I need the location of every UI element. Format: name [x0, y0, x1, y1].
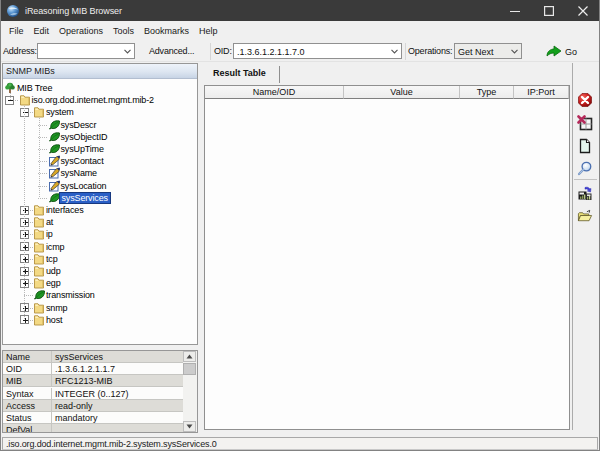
property-name: Access	[3, 400, 52, 412]
go-button[interactable]: Go	[545, 43, 577, 60]
view-detail-button[interactable]	[577, 160, 593, 176]
property-row: DefVal	[3, 424, 183, 432]
menu-item-file[interactable]: File	[9, 23, 24, 39]
tree-connector	[38, 149, 48, 150]
tree-item-udp[interactable]: udp	[44, 265, 63, 277]
property-name: Name	[3, 351, 52, 363]
tree-row: host	[3, 314, 197, 326]
open-folder-icon	[577, 208, 593, 224]
property-name: MIB	[3, 375, 52, 387]
tree-connector	[38, 173, 48, 174]
tree-connector	[38, 198, 48, 199]
tree-item-at[interactable]: at	[44, 216, 55, 228]
tab-result-table[interactable]: Result Table	[213, 68, 266, 78]
tree-row: system	[3, 106, 197, 118]
oid-label: OID:	[214, 46, 232, 56]
column-header-ip-port[interactable]: IP:Port	[514, 86, 569, 99]
property-row: SyntaxINTEGER (0..127)	[3, 388, 183, 401]
tree-row: icmp	[3, 241, 197, 253]
clear-table-button[interactable]	[577, 115, 593, 131]
tree-item-sysservices[interactable]: sysServices	[59, 192, 111, 204]
tree-item-sysname[interactable]: sysName	[59, 167, 99, 179]
tree-connector	[38, 186, 48, 187]
tree-item-interfaces[interactable]: interfaces	[44, 204, 86, 216]
tree-row: sysServices	[3, 192, 197, 204]
tree-item-egp[interactable]: egp	[44, 277, 63, 289]
scrollbar-thumb[interactable]	[183, 363, 196, 375]
tree-item-sysdescr[interactable]: sysDescr	[59, 119, 99, 131]
app-window: iReasoning MIB Browser FileEditOperation…	[0, 0, 600, 451]
export-results-button[interactable]	[577, 186, 593, 202]
column-header-value[interactable]: Value	[344, 86, 460, 99]
tree-item-host[interactable]: host	[44, 314, 64, 326]
tree-row: sysUpTime	[3, 143, 197, 155]
tree-item-tcp[interactable]: tcp	[44, 253, 60, 265]
status-bar: .iso.org.dod.internet.mgmt.mib-2.system.…	[2, 437, 598, 450]
menu-item-operations[interactable]: Operations	[59, 23, 103, 39]
close-icon	[578, 6, 588, 16]
property-row: MIBRFC1213-MIB	[3, 375, 183, 388]
property-name: OID	[3, 363, 52, 375]
property-row: OID.1.3.6.1.2.1.1.7	[3, 363, 183, 376]
mib-panel-header: SNMP MIBs	[3, 64, 197, 79]
document-icon	[577, 138, 593, 154]
tree-item-sysuptime[interactable]: sysUpTime	[59, 143, 106, 155]
property-value: mandatory	[52, 412, 183, 424]
tree-row: ip	[3, 228, 197, 240]
mib-tree: MIB Treeiso.org.dod.internet.mgmt.mib-2s…	[3, 80, 197, 344]
tree-item-iso-org-dod-internet-mgmt-mib-2[interactable]: iso.org.dod.internet.mgmt.mib-2	[30, 94, 156, 106]
new-document-button[interactable]	[577, 138, 593, 154]
tree-item-system[interactable]: system	[44, 106, 76, 118]
window-title: iReasoning MIB Browser	[25, 6, 122, 16]
tree-connector	[39, 118, 40, 198]
menu-item-help[interactable]: Help	[199, 23, 218, 39]
chevron-down-icon[interactable]	[121, 46, 133, 57]
magnifier-icon	[577, 160, 593, 177]
tree-item-ip[interactable]: ip	[44, 228, 55, 240]
tree-row: transmission	[3, 289, 197, 301]
tree-item-icmp[interactable]: icmp	[44, 241, 66, 253]
clear-table-icon	[577, 115, 593, 131]
maximize-button[interactable]	[532, 0, 566, 21]
menu-item-edit[interactable]: Edit	[34, 23, 50, 39]
menu-item-tools[interactable]: Tools	[113, 23, 134, 39]
stop-button[interactable]	[577, 92, 593, 108]
tree-item-syscontact[interactable]: sysContact	[59, 155, 106, 167]
column-header-type[interactable]: Type	[460, 86, 514, 99]
tree-connector	[24, 106, 25, 320]
menu-bar: FileEditOperationsToolsBookmarksHelp	[1, 21, 599, 41]
go-label: Go	[565, 47, 577, 57]
tree-connector	[24, 295, 34, 296]
chevron-down-icon[interactable]	[388, 46, 400, 57]
property-value: read-only	[52, 400, 183, 412]
tree-item-mib-tree[interactable]: MIB Tree	[15, 82, 54, 94]
menu-item-bookmarks[interactable]: Bookmarks	[144, 23, 189, 39]
operations-combo[interactable]: Get Next	[454, 43, 522, 59]
tree-row: sysDescr	[3, 119, 197, 131]
toolbar-separator	[405, 43, 406, 60]
advanced-button[interactable]: Advanced...	[149, 46, 194, 56]
property-name: Syntax	[3, 388, 52, 400]
property-value: .1.3.6.1.2.1.1.7	[52, 363, 183, 375]
property-value: sysServices	[52, 351, 183, 363]
properties-scrollbar[interactable]	[183, 351, 197, 432]
chevron-down-icon[interactable]	[508, 46, 520, 57]
column-header-name-oid[interactable]: Name/OID	[205, 86, 344, 99]
tree-item-syslocation[interactable]: sysLocation	[59, 180, 109, 192]
arrow-up-icon	[186, 354, 193, 359]
address-combo[interactable]	[37, 43, 135, 59]
tree-item-sysobjectid[interactable]: sysObjectID	[59, 131, 110, 143]
tree-item-transmission[interactable]: transmission	[44, 289, 97, 301]
oid-combo[interactable]: .1.3.6.1.2.1.1.7.0	[233, 43, 402, 59]
toolbar-separator	[210, 43, 211, 60]
export-chart-icon	[577, 186, 593, 202]
tree-row: iso.org.dod.internet.mgmt.mib-2	[3, 94, 197, 106]
arrow-down-icon	[186, 424, 193, 429]
minimize-button[interactable]	[498, 0, 532, 21]
close-button[interactable]	[566, 0, 600, 21]
property-value: INTEGER (0..127)	[52, 388, 183, 400]
tree-item-snmp[interactable]: snmp	[44, 302, 69, 314]
scroll-down-button[interactable]	[183, 421, 196, 432]
open-folder-button[interactable]	[577, 208, 593, 224]
scroll-up-button[interactable]	[183, 351, 196, 362]
